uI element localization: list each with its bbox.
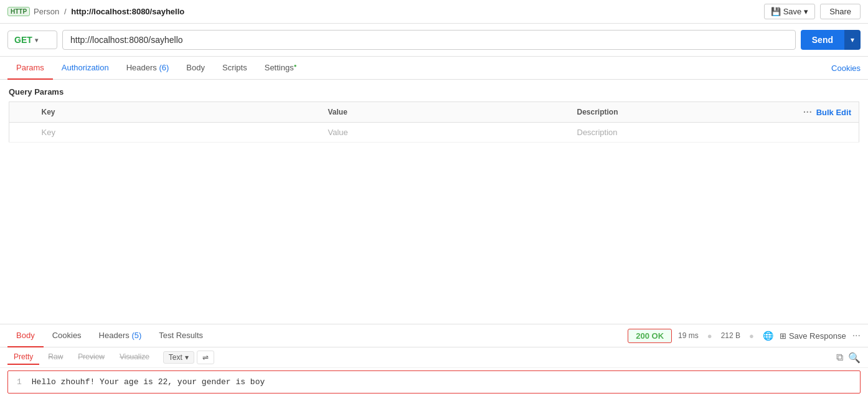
breadcrumb-area: HTTP Person / http://localhost:8080/sayh… <box>7 7 184 16</box>
text-format-select[interactable]: Text ▾ <box>163 351 194 364</box>
query-params-title: Query Params <box>9 87 859 97</box>
method-select[interactable]: GET ▾ <box>7 31 57 49</box>
globe-icon: 🌐 <box>763 331 773 341</box>
response-more-icon[interactable]: ··· <box>852 330 861 341</box>
table-header-row: Key Value Description ··· Bulk Edit <box>9 102 859 123</box>
response-time: 19 ms <box>678 331 699 340</box>
breadcrumb-separator: / <box>64 7 67 16</box>
save-button[interactable]: 💾 Save ▾ <box>764 4 816 19</box>
format-tab-visualize[interactable]: Visualize <box>113 350 156 365</box>
resp-headers-count: (5) <box>131 331 141 340</box>
format-tab-pretty[interactable]: Pretty <box>7 350 39 365</box>
resp-headers-label: Headers <box>99 331 130 340</box>
send-group: Send ▾ <box>801 30 861 50</box>
breadcrumb: Person / http://localhost:8080/sayhello <box>34 7 184 16</box>
bulk-dots-icon: ··· <box>803 107 813 117</box>
save-icon: 💾 <box>771 7 781 16</box>
url-bar: GET ▾ Send ▾ <box>0 24 868 57</box>
tab-scripts[interactable]: Scripts <box>214 57 256 80</box>
format-tab-raw[interactable]: Raw <box>42 350 69 365</box>
format-tab-preview[interactable]: Preview <box>72 350 111 365</box>
response-tabs-bar: Body Cookies Headers (5) Test Results 20… <box>0 324 868 347</box>
header-value: Value <box>321 102 570 123</box>
tab-params[interactable]: Params <box>7 57 53 80</box>
save-response-button[interactable]: ⊞ Save Response <box>780 331 846 341</box>
tab-authorization[interactable]: Authorization <box>53 57 118 80</box>
response-tab-body[interactable]: Body <box>7 324 44 347</box>
request-tabs: Params Authorization Headers (6) Body Sc… <box>0 57 868 80</box>
save-dropdown-icon[interactable]: ▾ <box>804 7 808 16</box>
breadcrumb-url: http://localhost:8080/sayhello <box>71 7 184 16</box>
save-label: Save <box>783 7 802 16</box>
tab-settings[interactable]: Settings● <box>256 57 306 80</box>
status-badge-wrap: 200 OK 19 ms ● 212 B ● 🌐 ⊞ Save Response… <box>628 329 861 343</box>
header-key: Key <box>34 102 321 123</box>
method-chevron-icon: ▾ <box>35 37 38 44</box>
response-area: Body Cookies Headers (5) Test Results 20… <box>0 324 868 396</box>
url-input[interactable] <box>62 30 796 50</box>
response-size: 212 B <box>721 331 740 340</box>
headers-count: (6) <box>159 63 169 72</box>
params-table: Key Value Description ··· Bulk Edit Key … <box>9 101 859 143</box>
header-description: Description <box>570 102 706 123</box>
row-key-cell[interactable]: Key <box>34 123 321 143</box>
status-badge: 200 OK <box>628 329 672 343</box>
line-number: 1 <box>17 377 22 387</box>
row-value-cell[interactable]: Value <box>321 123 570 143</box>
copy-button[interactable]: ⧉ <box>836 352 843 363</box>
description-label: Description <box>577 108 618 116</box>
text-format-label: Text <box>169 353 182 362</box>
http-badge: HTTP <box>7 7 30 16</box>
send-button[interactable]: Send <box>801 30 844 50</box>
breadcrumb-entity: Person <box>34 7 59 16</box>
bulk-edit-link[interactable]: Bulk Edit <box>816 108 851 117</box>
text-format-chevron: ▾ <box>185 353 189 362</box>
right-icons: ⧉ 🔍 <box>836 352 861 364</box>
response-body: 1Hello zhouhf! Your age is 22, your gend… <box>7 370 861 394</box>
response-tab-test-results[interactable]: Test Results <box>150 324 212 347</box>
header-bulk-edit: ··· Bulk Edit <box>705 102 859 123</box>
format-tabs-bar: Pretty Raw Preview Visualize Text ▾ ⇌ ⧉ … <box>0 347 868 368</box>
headers-label: Headers <box>126 63 157 72</box>
save-response-icon: ⊞ <box>780 331 786 341</box>
row-checkbox-cell <box>9 123 34 143</box>
method-label: GET <box>14 35 32 45</box>
response-tab-headers[interactable]: Headers (5) <box>90 324 151 347</box>
header-checkbox <box>9 102 34 123</box>
share-button[interactable]: Share <box>820 4 861 19</box>
settings-label: Settings <box>265 63 294 72</box>
response-content: Hello zhouhf! Your age is 22, your gende… <box>32 377 265 387</box>
tab-body[interactable]: Body <box>177 57 214 80</box>
top-bar-actions: 💾 Save ▾ Share <box>764 4 861 19</box>
row-extra-cell <box>705 123 859 143</box>
response-tab-cookies[interactable]: Cookies <box>44 324 90 347</box>
send-dropdown-button[interactable]: ▾ <box>844 30 861 50</box>
tab-headers[interactable]: Headers (6) <box>118 57 178 80</box>
table-row: Key Value Description <box>9 123 859 143</box>
cookies-link[interactable]: Cookies <box>831 64 861 73</box>
wrap-button[interactable]: ⇌ <box>197 351 214 364</box>
top-bar: HTTP Person / http://localhost:8080/sayh… <box>0 0 868 24</box>
query-params-section: Query Params Key Value Description ··· B… <box>0 80 868 145</box>
row-description-cell[interactable]: Description <box>570 123 706 143</box>
settings-dot: ● <box>294 63 297 68</box>
save-response-label: Save Response <box>789 331 846 341</box>
search-button[interactable]: 🔍 <box>848 352 861 364</box>
